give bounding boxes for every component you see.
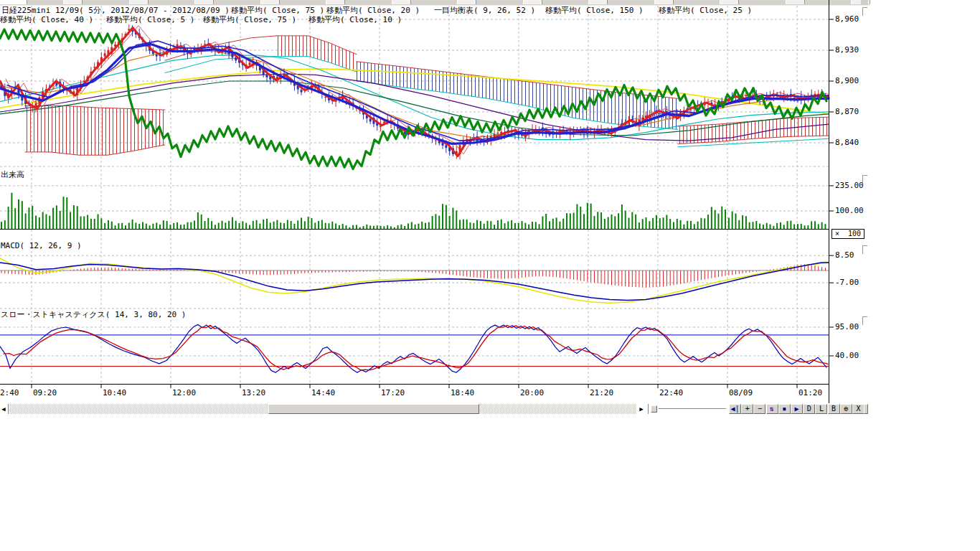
time-tick-label: 14:40 [311, 388, 335, 397]
time-tick-label: 2:40 [0, 388, 19, 397]
legend-item: 移動平均( Close, 75 ) [203, 15, 296, 24]
chart-svg [0, 0, 868, 415]
time-tick-label: 17:20 [381, 388, 405, 397]
data-window-button[interactable]: D [803, 404, 815, 414]
time-tick-label: 21:20 [590, 388, 613, 397]
pane-corner-fragment [862, 245, 867, 254]
scrollbar-track-right[interactable] [479, 404, 636, 414]
y-axis-tick-label: 8,840 [835, 138, 859, 147]
y-axis-tick-label: 235.00 [835, 181, 864, 190]
line-tool-button[interactable]: L [815, 404, 827, 414]
pane-corner-fragment [862, 175, 867, 184]
volume-pane-label: 出来高 [1, 170, 24, 179]
y-axis-tick-label: -7.00 [835, 278, 859, 287]
divider [648, 404, 649, 414]
marker-button[interactable]: ▪ [778, 404, 791, 414]
scrollbar-track-left[interactable] [9, 404, 268, 414]
fit-vertical-button[interactable]: ⇅ [766, 404, 778, 414]
zoom-out-button[interactable]: − [753, 404, 765, 414]
scroll-left-button[interactable]: ◀ [0, 404, 7, 414]
legend-item: 日経225mini 12/09( 5分, 2012/08/07 - 2012/0… [1, 6, 230, 15]
legend-item: 移動平均( Close, 150 ) [545, 6, 644, 15]
chart-canvas[interactable] [0, 0, 868, 415]
legend-item: 移動平均( Close, 10 ) [308, 15, 402, 24]
bar-tool-button[interactable]: B [828, 404, 840, 414]
time-tick-label: 01:20 [798, 388, 822, 397]
ui-fragment [861, 0, 868, 4]
y-axis-tick-label: 8,900 [835, 76, 859, 85]
y-axis-tick-label: 100.00 [835, 206, 864, 215]
time-tick-label: 12:00 [172, 388, 196, 397]
y-axis-tick-label: 40.00 [835, 351, 859, 360]
play-button[interactable]: ▶ [791, 404, 803, 414]
crosshair-button[interactable]: ⊕ [840, 404, 852, 414]
time-tick-label: 22:40 [659, 388, 683, 397]
time-tick-label: 10:40 [103, 388, 126, 397]
toolbar-stub [864, 404, 868, 414]
chart-application-window: 日経225mini 12/09( 5分, 2012/08/07 - 2012/0… [0, 0, 980, 551]
zoom-slider-handle[interactable] [651, 405, 657, 413]
volume-multiplier-badge: × 100 [831, 229, 864, 239]
legend-item: 移動平均( Close, 25 ) [659, 6, 752, 15]
scroll-right-button[interactable]: ▶ [637, 404, 646, 414]
legend-item: 移動平均( Close, 75 ) [231, 6, 324, 15]
legend-item: 移動平均( Close, 20 ) [326, 6, 420, 15]
time-tick-label: 13:20 [242, 388, 265, 397]
divider [8, 404, 9, 414]
macd-pane-label: MACD( 12, 26, 9 ) [1, 241, 82, 250]
y-axis-tick-label: 8,960 [835, 14, 859, 24]
time-tick-label: 18:40 [451, 388, 474, 397]
y-axis-tick-label: 8.50 [835, 250, 854, 260]
time-tick-label: 08/09 [729, 388, 753, 397]
y-axis-tick-label: 8,930 [835, 45, 859, 55]
y-axis-tick-label: 95.00 [835, 322, 859, 331]
time-tick-label: 20:00 [520, 388, 544, 397]
pane-corner-fragment [862, 7, 867, 16]
legend-item: 一目均衡表( 9, 26, 52 ) [434, 6, 535, 15]
scrollbar-thumb[interactable] [268, 404, 479, 414]
legend-item: 移動平均( Close, 5 ) [106, 15, 194, 24]
stochastics-pane-label: スロー・ストキャスティクス( 14, 3, 80, 20 ) [1, 310, 186, 319]
close-button[interactable]: X [852, 404, 864, 414]
y-axis-tick-label: 8,870 [835, 107, 859, 116]
legend-item: 移動平均( Close, 40 ) [0, 15, 93, 24]
pane-corner-fragment [862, 316, 867, 325]
bottom-scrollbar-row: ◀ ▶ ◀|+−⇅▪▶DLB⊕X [0, 404, 870, 415]
zoom-in-button[interactable]: + [741, 404, 753, 414]
zoom-slider-track[interactable] [659, 408, 726, 410]
scroll-start-button[interactable]: ◀| [729, 404, 741, 414]
time-tick-label: 09:20 [33, 388, 57, 397]
